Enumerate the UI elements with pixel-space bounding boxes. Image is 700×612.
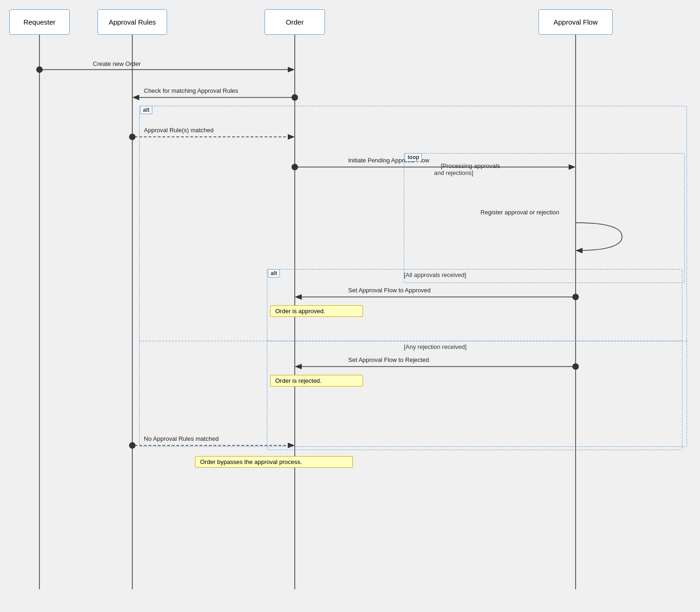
svg-point-19 (36, 66, 43, 73)
sequence-diagram: Requester Approval Rules Order Approval … (0, 0, 700, 612)
svg-point-20 (292, 94, 298, 101)
actor-order: Order (265, 9, 325, 35)
svg-point-25 (129, 442, 136, 449)
fragment-alt-outer-label: alt (140, 106, 152, 114)
note-order-rejected: Order is rejected. (270, 375, 363, 387)
fragment-loop-label: loop (405, 153, 422, 161)
fragment-alt-inner-label: alt (268, 269, 280, 277)
svg-marker-7 (132, 95, 139, 100)
actor-requester: Requester (9, 9, 70, 35)
fragment-loop-guard: [Processing approvals and rejections] (434, 155, 500, 183)
note-order-bypasses: Order bypasses the approval process. (195, 456, 353, 468)
note-order-approved: Order is approved. (270, 305, 363, 317)
fragment-alt-inner (267, 269, 682, 450)
actor-approval-flow: Approval Flow (538, 9, 613, 35)
guard-any-rejection: [Any rejection received] (404, 343, 467, 350)
actor-approval-rules: Approval Rules (97, 9, 167, 35)
msg-check-approval: Check for matching Approval Rules (144, 87, 238, 94)
guard-all-approvals: [All approvals received] (404, 271, 466, 278)
msg-create-order: Create new Order (93, 60, 141, 67)
svg-point-21 (129, 134, 136, 140)
svg-marker-5 (288, 67, 295, 72)
